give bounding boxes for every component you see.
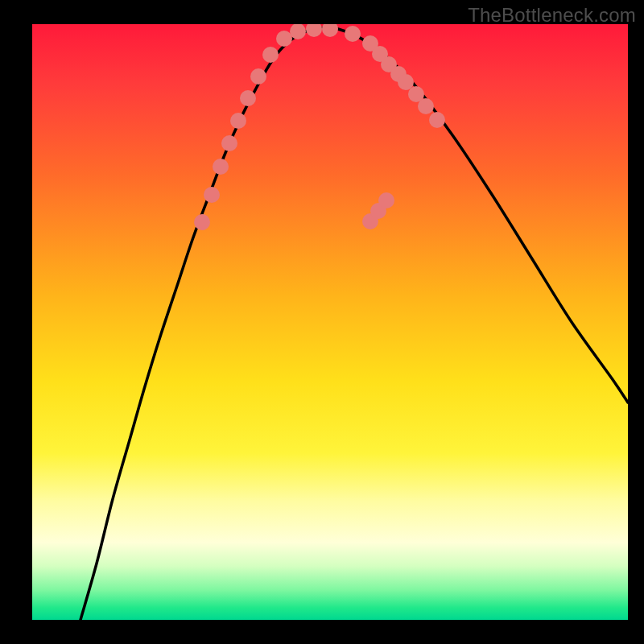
data-point xyxy=(213,159,229,175)
data-point xyxy=(378,192,394,208)
data-point xyxy=(221,135,237,151)
curve-svg xyxy=(32,24,628,620)
data-point xyxy=(429,112,445,128)
chart-frame: TheBottleneck.com xyxy=(0,0,644,644)
data-point xyxy=(262,47,279,63)
data-point xyxy=(276,31,292,47)
plot-area xyxy=(32,24,628,620)
bottleneck-curve xyxy=(80,27,628,620)
data-point xyxy=(418,98,434,114)
data-point xyxy=(290,24,306,39)
data-point xyxy=(322,24,338,37)
watermark-text: TheBottleneck.com xyxy=(468,4,636,27)
data-markers xyxy=(194,24,445,230)
data-point xyxy=(345,26,361,42)
data-point xyxy=(204,187,220,203)
data-point xyxy=(230,113,246,129)
data-point xyxy=(240,90,256,106)
data-point xyxy=(306,24,322,37)
data-point xyxy=(194,214,210,230)
data-point xyxy=(250,68,266,85)
